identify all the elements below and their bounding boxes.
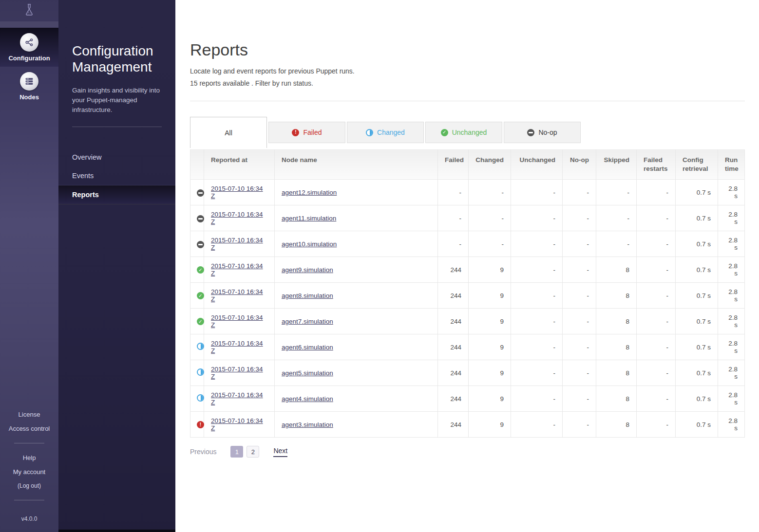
node-name-link[interactable]: agent7.simulation [282, 318, 333, 325]
report-date-link[interactable]: 2015-07-10 16:34 Z [211, 340, 263, 354]
node-name-link[interactable]: agent4.simulation [282, 395, 333, 403]
node-name-link[interactable]: agent9.simulation [282, 266, 333, 274]
cell-skipped: 8 [596, 360, 637, 386]
cell-noop: - [563, 231, 596, 257]
next-page-button[interactable]: Next [273, 447, 287, 457]
previous-page-button[interactable]: Previous [190, 448, 216, 456]
cell-reported_at: 2015-07-10 16:34 Z [204, 386, 275, 412]
report-date-link[interactable]: 2015-07-10 16:34 Z [211, 391, 263, 406]
tab-unchanged[interactable]: ✓ Unchanged [425, 122, 502, 143]
cell-unchanged: - [511, 180, 563, 205]
cell-node_name: agent11.simulation [275, 205, 438, 231]
report-date-link[interactable]: 2015-07-10 16:34 Z [211, 288, 263, 303]
report-date-link[interactable]: 2015-07-10 16:34 Z [211, 262, 263, 277]
tab-all[interactable]: All [190, 117, 267, 148]
log-out-link[interactable]: (Log out) [18, 482, 41, 489]
nav-item-events[interactable]: Events [58, 166, 175, 185]
cell-changed: - [469, 180, 511, 205]
tab-noop[interactable]: No-op [504, 122, 581, 143]
report-date-link[interactable]: 2015-07-10 16:34 Z [211, 314, 263, 329]
table-row: ✓2015-07-10 16:34 Zagent7.simulation2449… [190, 309, 745, 334]
node-name-link[interactable]: agent8.simulation [282, 292, 333, 299]
node-name-link[interactable]: agent5.simulation [282, 369, 333, 377]
cell-failed_restarts: - [637, 205, 676, 231]
cell-failed: - [438, 205, 469, 231]
cell-node_name: agent3.simulation [275, 412, 438, 438]
node-name-link[interactable]: agent12.simulation [282, 189, 337, 196]
report-date-link[interactable]: 2015-07-10 16:34 Z [211, 366, 263, 380]
app-logo[interactable] [0, 0, 58, 21]
table-row: 2015-07-10 16:34 Zagent5.simulation2449-… [190, 360, 745, 386]
changed-status-icon [197, 343, 204, 350]
cell-failed_restarts: - [637, 309, 676, 334]
node-name-link[interactable]: agent3.simulation [282, 421, 333, 428]
my-account-link[interactable]: My account [13, 468, 45, 476]
main-content: Reports Locate log and event reports for… [175, 0, 759, 532]
cell-reported_at: 2015-07-10 16:34 Z [204, 412, 275, 438]
table-row: 2015-07-10 16:34 Zagent6.simulation2449-… [190, 334, 745, 360]
cell-failed_restarts: - [637, 412, 676, 438]
cell-failed: 244 [438, 309, 469, 334]
cell-config_retrieval: 0.7 s [676, 257, 718, 283]
report-date-link[interactable]: 2015-07-10 16:34 Z [211, 185, 263, 200]
run-status-tabs: All ! Failed Changed ✓ Unchanged No-op [190, 117, 745, 148]
nav-item-overview[interactable]: Overview [58, 148, 175, 166]
table-row: 2015-07-10 16:34 Zagent10.simulation----… [190, 231, 745, 257]
cell-reported_at: 2015-07-10 16:34 Z [204, 205, 275, 231]
tab-failed[interactable]: ! Failed [268, 122, 345, 143]
cell-changed: - [469, 231, 511, 257]
cell-node_name: agent5.simulation [275, 360, 438, 386]
col-skipped: Skipped [596, 150, 637, 180]
cell-skipped: 8 [596, 334, 637, 360]
panel-description: Gain insights and visibility into your P… [72, 86, 162, 115]
nav-item-reports[interactable]: Reports [58, 185, 175, 204]
cell-config_retrieval: 0.7 s [676, 283, 718, 309]
cell-failed: 244 [438, 257, 469, 283]
page-2-button[interactable]: 2 [247, 446, 259, 458]
report-date-link[interactable]: 2015-07-10 16:34 Z [211, 417, 263, 432]
access-control-link[interactable]: Access control [9, 425, 50, 432]
report-date-link[interactable]: 2015-07-10 16:34 Z [211, 237, 263, 251]
noop-status-icon [197, 215, 204, 222]
cell-status [190, 334, 204, 360]
header-divider [190, 101, 745, 101]
rail-spacer [0, 106, 58, 407]
cell-skipped: 8 [596, 309, 637, 334]
cell-node_name: agent7.simulation [275, 309, 438, 334]
col-failed-restarts: Failed restarts [637, 150, 676, 180]
unchanged-status-icon: ✓ [197, 318, 204, 325]
pagination: Previous 1 2 Next [190, 446, 745, 458]
help-link[interactable]: Help [23, 454, 36, 461]
cell-noop: - [563, 180, 596, 205]
table-row: 2015-07-10 16:34 Zagent4.simulation2449-… [190, 386, 745, 412]
page-1-button[interactable]: 1 [230, 446, 243, 458]
panel-divider [72, 127, 162, 127]
cell-noop: - [563, 283, 596, 309]
cell-noop: - [563, 334, 596, 360]
cell-failed_restarts: - [637, 283, 676, 309]
cell-config_retrieval: 0.7 s [676, 334, 718, 360]
cell-reported_at: 2015-07-10 16:34 Z [204, 257, 275, 283]
cell-node_name: agent8.simulation [275, 283, 438, 309]
panel-bottom-strip [58, 530, 175, 532]
cell-noop: - [563, 386, 596, 412]
license-link[interactable]: License [19, 411, 40, 418]
cell-unchanged: - [511, 283, 563, 309]
cell-changed: 9 [469, 412, 511, 438]
flask-icon [22, 2, 37, 19]
tab-changed[interactable]: Changed [347, 122, 424, 143]
unchanged-status-icon: ✓ [197, 266, 204, 274]
node-name-link[interactable]: agent11.simulation [282, 215, 336, 222]
failed-icon: ! [292, 129, 299, 136]
node-name-link[interactable]: agent10.simulation [282, 240, 337, 248]
node-name-link[interactable]: agent6.simulation [282, 344, 333, 351]
cell-run_time: 2.8 s [718, 257, 745, 283]
cell-reported_at: 2015-07-10 16:34 Z [204, 283, 275, 309]
sidebar-item-configuration[interactable]: Configuration [0, 28, 58, 67]
cell-unchanged: - [511, 205, 563, 231]
col-failed: Failed [438, 150, 469, 180]
table-row: 2015-07-10 16:34 Zagent11.simulation----… [190, 205, 745, 231]
report-date-link[interactable]: 2015-07-10 16:34 Z [211, 211, 263, 225]
icon-rail: Configuration Nodes License Access contr… [0, 0, 58, 532]
sidebar-item-nodes[interactable]: Nodes [0, 67, 58, 106]
